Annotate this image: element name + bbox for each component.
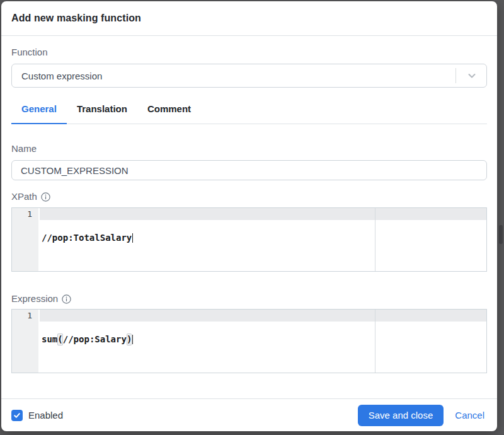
function-select-value: Custom expression: [21, 71, 455, 81]
add-masking-function-dialog: Add new masking function Function Custom…: [1, 1, 497, 431]
function-select[interactable]: Custom expression: [11, 64, 487, 88]
code-area[interactable]: sum(//pop:Salary): [38, 310, 486, 373]
cancel-button[interactable]: Cancel: [452, 410, 487, 420]
enabled-label: Enabled: [28, 410, 63, 420]
text-cursor: [132, 233, 133, 243]
tab-translation[interactable]: Translation: [67, 103, 137, 124]
dialog-title: Add new masking function: [11, 13, 141, 24]
name-input[interactable]: [11, 160, 487, 180]
dialog-header: Add new masking function: [1, 1, 497, 36]
save-and-close-button[interactable]: Save and close: [358, 405, 444, 426]
text-cursor: [132, 335, 133, 344]
xpath-label-row: XPath: [11, 191, 487, 202]
expression-code-editor[interactable]: 1 sum(//pop:Salary): [11, 309, 487, 373]
line-number-gutter: 1: [12, 310, 38, 373]
line-number-gutter: 1: [12, 208, 38, 271]
line-number: 1: [12, 310, 32, 322]
code-text: sum: [42, 334, 57, 345]
line-number: 1: [12, 208, 32, 220]
name-label: Name: [11, 143, 487, 154]
info-icon[interactable]: [41, 192, 50, 202]
tab-comment[interactable]: Comment: [137, 103, 201, 124]
code-text: //pop:Salary: [63, 334, 127, 345]
check-icon: [13, 412, 21, 419]
select-divider: [455, 68, 456, 83]
xpath-code-editor[interactable]: 1 //pop:TotalSalary: [11, 207, 487, 272]
matched-bracket: ): [127, 334, 132, 345]
expression-label: Expression: [11, 293, 58, 304]
matched-bracket: (: [57, 334, 62, 345]
tab-bar: General Translation Comment: [11, 103, 487, 124]
enabled-checkbox-row[interactable]: Enabled: [11, 410, 63, 421]
function-label: Function: [11, 47, 487, 58]
tab-general[interactable]: General: [11, 103, 67, 124]
code-area[interactable]: //pop:TotalSalary: [38, 208, 486, 271]
info-icon[interactable]: [62, 294, 71, 304]
dialog-body: Function Custom expression General Trans…: [1, 36, 497, 398]
expression-label-row: Expression: [11, 293, 487, 304]
enabled-checkbox[interactable]: [11, 410, 23, 421]
background-scrollbar-thumb: [499, 225, 503, 244]
chevron-down-icon[interactable]: [462, 70, 481, 81]
xpath-label: XPath: [11, 191, 37, 202]
code-text: //pop:TotalSalary: [42, 232, 132, 244]
dialog-footer: Enabled Save and close Cancel: [1, 398, 497, 431]
footer-actions: Save and close Cancel: [358, 405, 487, 426]
